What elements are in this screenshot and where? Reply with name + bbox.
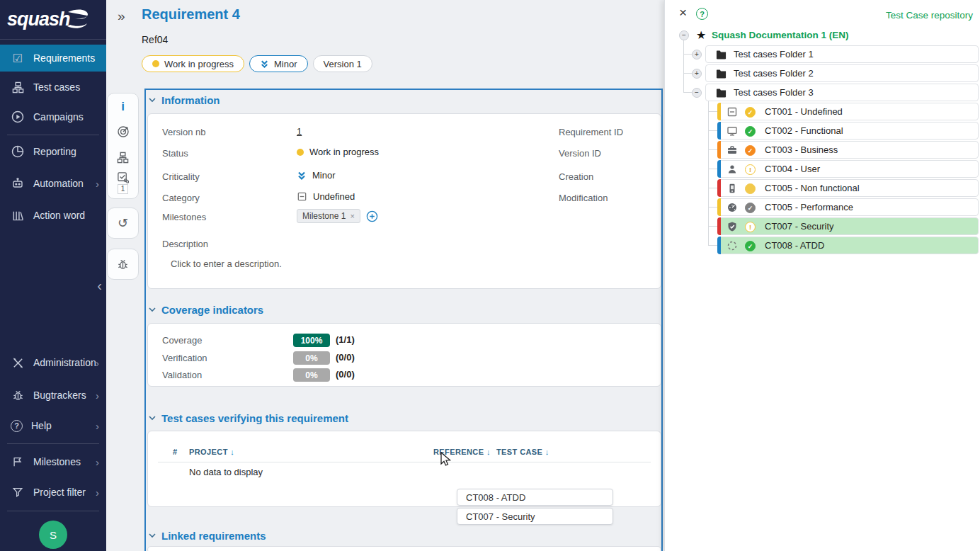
- star-icon: ★: [696, 28, 706, 42]
- tree-test-case[interactable]: CT005 - Non functional: [717, 179, 979, 197]
- tree-connector: [708, 188, 717, 188]
- tree-toggle-root[interactable]: −: [679, 30, 689, 40]
- validation-ratio: (0/0): [336, 369, 355, 380]
- sidebar-item-help[interactable]: ? Help ›: [0, 412, 106, 439]
- tree-test-case-selected[interactable]: ! CT007 - Security: [717, 217, 979, 235]
- tree-test-case[interactable]: ! CT004 - User: [717, 160, 979, 178]
- sidebar-item-bugtrackers[interactable]: Bugtrackers ›: [0, 382, 106, 409]
- importance-bar: [717, 122, 721, 140]
- tab-verifying-test-cases[interactable]: 1: [107, 170, 139, 195]
- section-information[interactable]: Information: [149, 94, 220, 106]
- tab-issues[interactable]: [107, 249, 139, 279]
- tree-test-case[interactable]: ✓ CT003 - Business: [717, 141, 979, 159]
- tree-folder[interactable]: Test cases Folder 2: [705, 64, 979, 82]
- reporting-pie-icon: [11, 144, 25, 159]
- sidebar: squash ☑ Requirements Test cases Campaig…: [0, 0, 106, 551]
- category-business-briefcase-icon: [727, 144, 738, 156]
- sidebar-item-reporting[interactable]: Reporting: [0, 138, 106, 165]
- tab-strip-main: i 1: [107, 93, 139, 199]
- sidebar-item-automation[interactable]: Automation ›: [0, 170, 106, 197]
- folder-icon: [716, 50, 727, 59]
- tree-folder[interactable]: Test cases Folder 1: [705, 45, 979, 63]
- requirements-icon: ☑: [11, 51, 25, 65]
- tree-connector: [708, 101, 709, 246]
- expand-header-icon[interactable]: »: [118, 8, 125, 24]
- field-label: Category: [162, 193, 200, 203]
- sidebar-item-milestones[interactable]: Milestones ›: [0, 448, 106, 475]
- column-header-test-case[interactable]: TEST CASE ↓: [496, 448, 549, 456]
- automation-robot-icon: [11, 176, 25, 191]
- tree-toggle-folder[interactable]: +: [692, 50, 702, 59]
- category-value[interactable]: Undefined: [297, 191, 355, 202]
- add-milestone-icon[interactable]: [366, 210, 378, 222]
- sidebar-item-requirements[interactable]: ☑ Requirements: [0, 45, 106, 72]
- version-badge[interactable]: Version 1: [313, 55, 372, 72]
- section-verifying-test-cases[interactable]: Test cases verifying this requirement: [149, 412, 348, 424]
- category-user-person-icon: [727, 164, 738, 175]
- filter-funnel-icon: [11, 485, 25, 499]
- campaigns-play-icon: [11, 110, 25, 124]
- description-placeholder[interactable]: Click to enter a description.: [171, 259, 282, 269]
- status-dot: [152, 60, 159, 67]
- sidebar-item-administration[interactable]: Administration ›: [0, 349, 106, 376]
- sidebar-item-action-word[interactable]: Action word: [0, 202, 106, 229]
- administration-tools-icon: [11, 356, 25, 370]
- status-value[interactable]: Work in progress: [297, 147, 379, 157]
- importance-bar: [717, 237, 721, 254]
- importance-bar: [717, 103, 721, 120]
- status-icon: !: [745, 222, 756, 232]
- tab-information[interactable]: i: [107, 93, 139, 119]
- importance-bar: [717, 141, 721, 159]
- coverage-row-label: Coverage: [162, 335, 202, 346]
- coverage-card: Coverage 100% (1/1) Verification 0% (0/0…: [147, 323, 661, 387]
- field-label: Version nb: [162, 127, 205, 137]
- tree-root-project[interactable]: Squash Documentation 1 (EN): [712, 30, 849, 40]
- status-badge[interactable]: Work in progress: [142, 55, 244, 72]
- criticality-value[interactable]: Minor: [297, 170, 336, 181]
- sidebar-divider: [7, 443, 99, 444]
- importance-bar: [717, 179, 721, 197]
- tree-test-case[interactable]: ✓ CT001 - Undefined: [717, 103, 979, 120]
- tree-toggle-folder[interactable]: +: [692, 69, 702, 79]
- double-chevron-down-icon: [297, 171, 307, 181]
- column-header-project[interactable]: PROJECT ↓: [189, 448, 234, 456]
- column-header-index[interactable]: #: [173, 448, 178, 456]
- tree-test-case[interactable]: ✓ CT002 - Functional: [717, 122, 979, 140]
- version-nb-value[interactable]: 1: [297, 126, 302, 137]
- tree-connector: [708, 207, 717, 208]
- section-coverage-indicators[interactable]: Coverage indicators: [149, 304, 263, 316]
- section-linked-requirements[interactable]: Linked requirements: [149, 530, 266, 542]
- field-label: Status: [162, 148, 188, 159]
- chevron-down-icon: [149, 98, 156, 103]
- sidebar-item-test-cases[interactable]: Test cases: [0, 74, 106, 101]
- field-label: Requirement ID: [559, 127, 623, 137]
- tree-test-case-selected[interactable]: ✓ CT008 - ATDD: [717, 237, 979, 254]
- tree-toggle-folder[interactable]: −: [692, 88, 702, 98]
- sidebar-collapse-chevron[interactable]: ‹: [97, 278, 102, 294]
- mouse-cursor: [440, 452, 454, 467]
- user-avatar[interactable]: S: [39, 521, 67, 549]
- tree-folder[interactable]: Test cases Folder 3: [705, 84, 979, 101]
- criticality-badge[interactable]: Minor: [249, 55, 308, 72]
- sidebar-item-campaigns[interactable]: Campaigns: [0, 103, 106, 130]
- remove-milestone-icon[interactable]: ×: [350, 212, 354, 220]
- tree-test-case[interactable]: ✓ CT005 - Performance: [717, 198, 979, 216]
- close-icon[interactable]: ×: [679, 6, 687, 19]
- tab-history[interactable]: ↺: [107, 208, 139, 238]
- description-label: Description: [162, 239, 208, 249]
- chevron-right-icon: ›: [96, 390, 99, 402]
- sidebar-item-project-filter[interactable]: Project filter ›: [0, 479, 106, 506]
- milestone-chip[interactable]: Milestone 1×: [297, 209, 360, 223]
- tab-strip-history: ↺: [107, 208, 139, 239]
- tab-coverage-target[interactable]: [107, 119, 139, 144]
- history-icon: ↺: [118, 217, 128, 229]
- validation-percent-badge: 0%: [293, 368, 330, 382]
- coverage-row-label: Validation: [162, 370, 202, 380]
- tab-hierarchy[interactable]: [107, 144, 139, 170]
- tree-icon: [117, 152, 129, 164]
- squash-logo[interactable]: squash: [0, 0, 106, 40]
- help-icon[interactable]: ?: [696, 8, 708, 20]
- category-atdd-dashed-circle-icon: [727, 240, 738, 251]
- tree-connector: [708, 245, 717, 246]
- linked-requirements-card: [147, 546, 661, 551]
